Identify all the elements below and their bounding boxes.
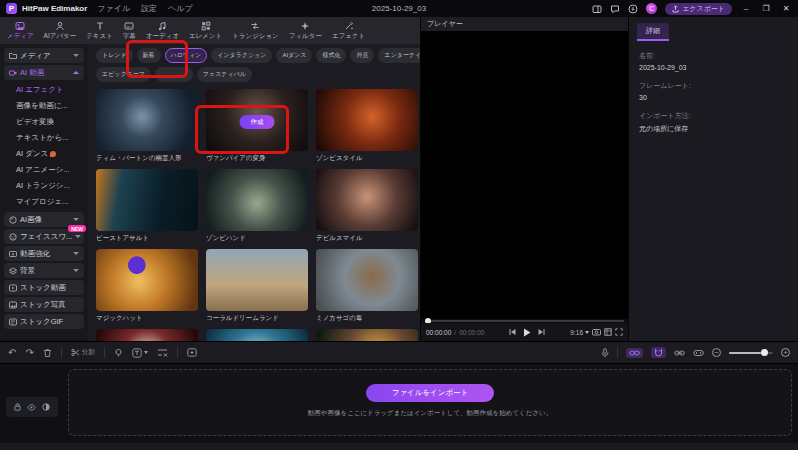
tab-subtitle[interactable]: 字幕 [118,17,141,44]
export-button[interactable]: エクスポート [665,3,732,15]
feedback-icon[interactable] [610,4,620,14]
effect-card-flower-skull[interactable] [316,329,418,341]
chip-festival[interactable]: フェスティバル [197,67,252,82]
sidebar-item-ai-transition[interactable]: AI トランジシ... [0,178,88,194]
effect-card-sugar-skull[interactable] [96,329,198,341]
effect-thumbnail[interactable] [96,169,198,231]
tab-ai-avatar[interactable]: AIアバター [39,17,82,44]
timeline-horizontal-scrollbar[interactable] [0,443,798,450]
menu-file[interactable]: ファイル [97,3,130,14]
sidebar-group-stock-gif[interactable]: ストックGIF [4,314,84,329]
sidebar-item-my-projects[interactable]: マイプロジェ... [0,194,88,210]
effect-card-lionfish-poison[interactable]: ミノカサゴの毒 [316,249,418,323]
marker-button[interactable] [114,348,123,357]
chip-trend[interactable]: トレンド [96,48,133,63]
effect-thumbnail[interactable] [206,329,308,341]
redo-button[interactable]: ↷ [25,348,33,358]
tab-effect[interactable]: エフェクト [327,17,370,44]
effect-thumbnail[interactable] [316,249,418,311]
user-avatar[interactable]: C [646,3,657,14]
effect-card-beast-assault[interactable]: ビーストアサルト [96,169,198,243]
sidebar-item-image-to-video[interactable]: 画像を動画に... [0,98,88,114]
aspect-ratio-selector[interactable]: 9:16 [570,329,589,336]
split-button[interactable]: 分割 [71,348,95,357]
effect-card-zombie-hand[interactable]: ゾンビハンド [206,169,308,243]
zoom-in-button[interactable]: + [781,348,790,357]
text-tool-button[interactable] [132,348,148,358]
auto-ripple-button[interactable] [674,349,685,357]
sidebar-group-media[interactable]: メディア [4,48,84,63]
effect-thumbnail[interactable] [316,89,418,151]
effect-thumbnail[interactable] [206,249,308,311]
download-icon[interactable] [628,4,638,14]
crop-track-button[interactable] [693,349,704,357]
effect-card-coral-dreamland[interactable]: コーラルドリームランド [206,249,308,323]
sidebar-item-ai-dance[interactable]: AI ダンス [0,146,88,162]
effect-card-devil-smile[interactable]: デビルスマイル [316,169,418,243]
close-button[interactable]: ✕ [780,4,792,13]
track-lock-icon[interactable] [14,403,21,411]
sidebar-item-text-to-video[interactable]: テキストから... [0,130,88,146]
effect-thumbnail[interactable] [96,249,198,311]
chip-halloween[interactable]: ハロウィン [165,48,208,63]
import-file-button[interactable]: ファイルをインポート [366,384,495,402]
voiceover-mic-button[interactable] [601,348,609,358]
sidebar-item-ai-animation[interactable]: AI アニメーシ... [0,162,88,178]
track-hide-button[interactable] [157,348,168,357]
menu-help[interactable]: ヘルプ [168,3,193,14]
snapshot-icon[interactable] [592,328,601,336]
sidebar-item-ai-effect[interactable]: AI エフェクト [0,82,88,98]
tab-text[interactable]: テキスト [81,17,118,44]
chip-stylize[interactable]: 様式化 [316,48,346,63]
zoom-slider-handle[interactable] [761,349,768,356]
player-seek-bar[interactable] [425,320,624,322]
undo-button[interactable]: ↶ [8,348,16,358]
snap-magnet-button[interactable] [651,347,666,358]
menu-settings[interactable]: 設定 [141,3,157,14]
chip-obscured[interactable] [155,67,193,82]
chip-new[interactable]: 新着 [137,48,161,63]
next-frame-icon[interactable] [538,328,545,336]
timeline-area[interactable]: ファイルをインポート 動画や画像をここにドラッグまたはインポートして、動画作成を… [0,364,798,450]
sidebar-group-background[interactable]: 背景 [4,263,84,278]
effect-card-vampire[interactable]: 作成 ヴァンパイアの変身 [206,89,308,163]
chip-appearance[interactable]: 外見 [350,48,374,63]
maximize-button[interactable]: ❐ [760,4,772,13]
add-clip-button[interactable] [187,348,197,357]
sidebar-item-video-convert[interactable]: ビデオ変換 [0,114,88,130]
layout-icon[interactable] [592,4,602,14]
sidebar-group-ai-video[interactable]: AI 動画 [4,65,84,80]
timeline-zoom-slider[interactable] [729,352,773,354]
import-drop-zone[interactable]: ファイルをインポート 動画や画像をここにドラッグまたはインポートして、動画作成を… [68,369,792,436]
sidebar-group-stock-photo[interactable]: ストック写真 [4,297,84,312]
tab-filter[interactable]: フィルター [284,17,327,44]
sidebar-group-stock-video[interactable]: ストック動画 [4,280,84,295]
tab-details[interactable]: 詳細 [637,23,669,41]
proportion-icon[interactable] [604,328,612,336]
delete-button[interactable] [43,348,52,358]
minimize-button[interactable]: – [740,4,752,13]
sidebar-group-face-swap[interactable]: フェイススワ... NEW [4,229,84,244]
effect-card-horned-man[interactable] [206,329,308,341]
effect-card-tim-burton-doll[interactable]: ティム・バートンの幽霊人形 [96,89,198,163]
tab-media[interactable]: メディア [2,17,39,44]
effect-card-zombie-style[interactable]: ゾンビスタイル [316,89,418,163]
tab-element[interactable]: エレメント [184,17,227,44]
player-video-area[interactable] [421,31,628,319]
effect-thumbnail[interactable] [96,329,198,341]
effect-thumbnail[interactable] [206,169,308,231]
effect-thumbnail[interactable] [316,329,418,341]
fullscreen-icon[interactable] [615,328,623,336]
effect-thumbnail[interactable] [316,169,418,231]
track-visibility-icon[interactable] [27,404,36,411]
tab-audio[interactable]: オーディオ [141,17,184,44]
tab-transition[interactable]: トランジション [227,17,284,44]
effect-thumbnail[interactable] [96,89,198,151]
sidebar-group-video-enhance[interactable]: 動画強化 [4,246,84,261]
link-clips-button[interactable] [626,348,643,358]
play-icon[interactable] [523,328,531,337]
previous-frame-icon[interactable] [509,328,516,336]
zoom-out-button[interactable]: − [712,348,721,357]
chip-epic-morph[interactable]: エピックモーフ [96,67,151,82]
chip-interaction[interactable]: インタラクション [211,48,272,63]
